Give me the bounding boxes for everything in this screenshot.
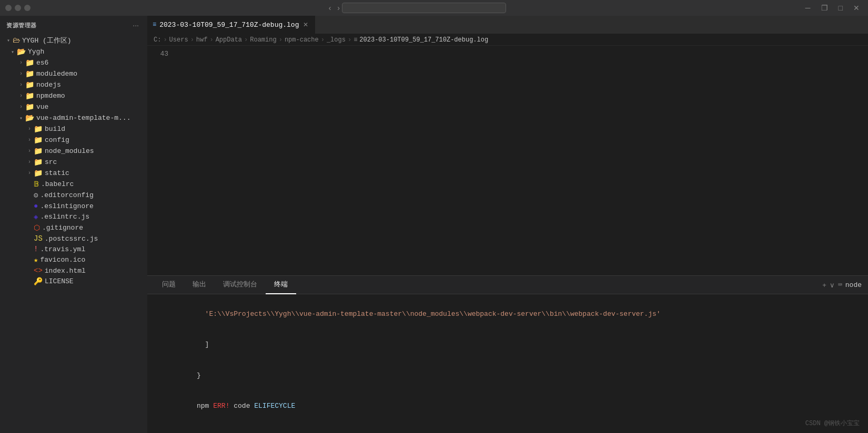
breadcrumb-part-4: AppData	[216, 36, 242, 44]
workspace-label: YYGH (工作区)	[22, 36, 72, 45]
term-line-1: 'E:\\VsProjects\\Yygh\\vue-admin-templat…	[156, 298, 860, 329]
window-maximize-button[interactable]: □	[835, 3, 846, 13]
titlebar-search-input[interactable]	[342, 3, 506, 13]
label-config: config	[45, 136, 69, 144]
sidebar-header-label: 资源管理器	[6, 22, 37, 29]
titlebar-right: ─ ❐ □ ✕	[802, 3, 863, 13]
tree-item-favicon[interactable]: ★favicon.ico	[0, 254, 147, 265]
icon-vue: 📁	[25, 102, 34, 111]
label-static: static	[45, 169, 69, 177]
tree-item-license[interactable]: 🔑LICENSE	[0, 276, 147, 287]
tree-item-travis[interactable]: !.travis.yml	[0, 244, 147, 254]
icon-nodejs: 📁	[25, 80, 34, 89]
panel-actions: + ∨ ⌨ node	[822, 281, 862, 289]
window-minimize-button[interactable]: ─	[802, 3, 814, 13]
tree-item-moduledemo[interactable]: ›📁moduledemo	[0, 68, 147, 79]
icon-yygh: 📂	[17, 47, 26, 56]
tree-item-static[interactable]: ›📁static	[0, 168, 147, 179]
window-restore-button[interactable]: ❐	[818, 3, 831, 13]
panel-tab-debug-console[interactable]: 调试控制台	[215, 276, 266, 294]
sidebar-more-button[interactable]: ···	[130, 20, 141, 30]
titlebar-dot-2	[15, 5, 21, 11]
tree-item-node_modules[interactable]: ›📁node_modules	[0, 146, 147, 157]
window-close-button[interactable]: ✕	[850, 3, 863, 13]
label-yygh: Yygh	[28, 48, 44, 56]
arrow-vue-admin-template-m: ▾	[17, 115, 25, 121]
nav-forward-button[interactable]: ›	[335, 3, 342, 13]
icon-gitignore: ⬡	[34, 223, 40, 232]
panel-terminal-icon: ⌨	[838, 281, 842, 289]
tree-item-config[interactable]: ›📁config	[0, 135, 147, 146]
icon-build: 📁	[34, 125, 43, 133]
panel-tab-problems[interactable]: 问题	[154, 276, 184, 294]
tree-item-workspace-root[interactable]: ▾ 🗁 YYGH (工作区)	[0, 35, 147, 46]
label-moduledemo: moduledemo	[36, 70, 77, 78]
label-eslintrc: .eslintrc.js	[40, 213, 89, 221]
panel-tab-terminal[interactable]: 终端	[266, 276, 296, 294]
tree-item-babelrc[interactable]: 𝔹.babelrc	[0, 179, 147, 190]
tree-item-src[interactable]: ›📁src	[0, 157, 147, 168]
term-line-3: }	[156, 360, 860, 391]
icon-npmdemo: 📁	[25, 91, 34, 100]
tree-item-editorconfig[interactable]: ⚙.editorconfig	[0, 190, 147, 201]
tree-item-build[interactable]: ›📁build	[0, 123, 147, 135]
editor-area: ≡ 2023-03-10T09_59_17_710Z-debug.log ✕ C…	[147, 16, 868, 433]
tab-label: 2023-03-10T09_59_17_710Z-debug.log	[159, 21, 299, 29]
tree-item-postcssrc[interactable]: JS.postcssrc.js	[0, 233, 147, 244]
label-favicon: favicon.ico	[40, 256, 85, 264]
panel-tabs: 问题 输出 调试控制台 终端 + ∨ ⌨ node	[147, 276, 868, 294]
tab-debug-log[interactable]: ≡ 2023-03-10T09_59_17_710Z-debug.log ✕	[147, 16, 315, 34]
arrow-config: ›	[25, 137, 34, 143]
arrow-vue: ›	[17, 104, 25, 110]
tab-icon-log: ≡	[153, 21, 156, 28]
nav-back-button[interactable]: ‹	[327, 3, 334, 13]
term-line-5: npm ERR! errno 1	[156, 421, 860, 433]
term-line-4: npm ERR! code ELIFECYCLE	[156, 391, 860, 422]
tab-close-button[interactable]: ✕	[302, 21, 309, 28]
panel-tab-output[interactable]: 输出	[184, 276, 215, 294]
arrow-yygh: ▾	[8, 49, 17, 55]
panel-add-button[interactable]: +	[822, 281, 826, 289]
icon-babelrc: 𝔹	[34, 180, 39, 189]
icon-eslintrc: ◈	[34, 212, 38, 221]
breadcrumb-part-5: Roaming	[250, 36, 276, 44]
tree-item-eslintignore[interactable]: ●.eslintignore	[0, 201, 147, 211]
arrow-es6: ›	[17, 60, 25, 66]
panel-dropdown-button[interactable]: ∨	[830, 281, 835, 289]
breadcrumb-part-3: hwf	[196, 36, 208, 44]
term-line-2: ]	[156, 329, 860, 360]
sidebar-header: 资源管理器 ···	[0, 16, 147, 35]
icon-vue-admin-template-m: 📂	[25, 114, 34, 122]
breadcrumb-part-2: Users	[169, 36, 188, 44]
titlebar-controls	[5, 5, 31, 11]
label-vue: vue	[36, 103, 48, 111]
label-vue-admin-template-m: vue-admin-template-m...	[36, 114, 130, 122]
tree-item-yygh[interactable]: ▾📂Yygh	[0, 46, 147, 57]
arrow-moduledemo: ›	[17, 71, 25, 77]
label-node_modules: node_modules	[45, 147, 94, 155]
icon-indexhtml: <>	[34, 266, 43, 275]
file-tree: ▾📂Yygh›📁es6›📁moduledemo›📁nodejs›📁npmdemo…	[0, 46, 147, 287]
breadcrumb: C: › Users › hwf › AppData › Roaming › n…	[147, 34, 868, 46]
tree-item-es6[interactable]: ›📁es6	[0, 57, 147, 68]
tree-item-vue[interactable]: ›📁vue	[0, 101, 147, 112]
titlebar-nav: ‹ ›	[327, 3, 342, 13]
icon-src: 📁	[34, 158, 43, 167]
tree-item-vue-admin-template-m[interactable]: ▾📂vue-admin-template-m...	[0, 112, 147, 123]
icon-moduledemo: 📁	[25, 69, 34, 78]
tree-item-indexhtml[interactable]: <>index.html	[0, 265, 147, 276]
label-npmdemo: npmdemo	[36, 92, 65, 100]
editor-content[interactable]: 43	[147, 46, 868, 275]
tree-item-nodejs[interactable]: ›📁nodejs	[0, 79, 147, 90]
icon-editorconfig: ⚙	[34, 191, 38, 200]
arrow-src: ›	[25, 159, 34, 165]
label-build: build	[45, 125, 65, 133]
workspace-folder-icon: 🗁	[13, 36, 20, 45]
breadcrumb-part-7: _logs	[327, 36, 346, 44]
tree-item-eslintrc[interactable]: ◈.eslintrc.js	[0, 211, 147, 222]
terminal-content[interactable]: 'E:\\VsProjects\\Yygh\\vue-admin-templat…	[147, 294, 868, 433]
tree-item-gitignore[interactable]: ⬡.gitignore	[0, 222, 147, 233]
arrow-static: ›	[25, 170, 34, 176]
tree-item-npmdemo[interactable]: ›📁npmdemo	[0, 90, 147, 101]
icon-favicon: ★	[34, 255, 38, 264]
